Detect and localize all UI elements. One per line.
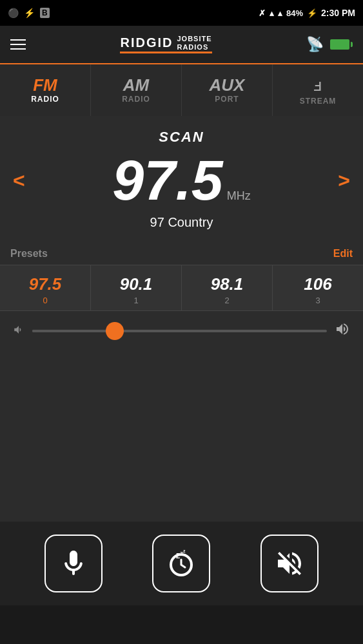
preset-num-2: 2 [224,296,229,305]
presets-row: 97.5 0 90.1 1 98.1 2 106 3 [0,265,363,311]
battery-full-icon [330,39,353,50]
battery-body [330,39,349,50]
tab-aux[interactable]: AUX PORT [182,64,273,116]
spacer [0,351,363,522]
sleep-timer-button[interactable]: Z Z z [152,535,210,592]
microphone-icon [58,548,89,579]
volume-slider-thumb[interactable] [106,322,124,340]
next-station-button[interactable]: > [338,169,350,193]
tab-am-label: AM [123,77,149,93]
battery-tip [351,42,353,47]
preset-item-3[interactable]: 106 3 [273,265,363,310]
status-bar: ⚫ ⚡ B ✗ ▴ ▴ 84% ⚡ 2:30 PM [0,0,363,26]
tab-fm[interactable]: FM RADIO [0,64,91,116]
hamburger-line-3 [10,48,26,50]
hamburger-menu[interactable] [10,39,26,50]
tab-fm-label: FM [33,77,57,93]
spotify-icon: ⚫ [8,8,19,18]
status-right-icons: ✗ ▴ ▴ 84% ⚡ 2:30 PM [259,8,355,18]
logo-ridgid-text: RIDGID [120,35,173,50]
preset-num-0: 0 [43,296,47,305]
logo-underline [120,52,211,53]
frequency-display: 97.5 MHz [112,152,250,209]
bottom-controls: Z Z z [0,522,363,605]
scan-section: SCAN < 97.5 MHz > 97 Country [0,116,363,243]
bluetooth-status-icon: ✗ [259,8,266,18]
sleep-timer-icon: Z Z z [166,548,197,579]
logo-sub-line1: JOBSITE [177,35,211,43]
battery-percentage: 84% [286,8,303,18]
tab-am[interactable]: AM RADIO [91,64,182,116]
preset-freq-1: 90.1 [120,274,153,294]
tab-aux-label: AUX [210,77,245,93]
logo-sub-line2: RADIOS [177,43,211,51]
header-right-icons: 📡 [306,36,353,53]
preset-item-0[interactable]: 97.5 0 [0,265,91,310]
bluetooth-icon: ⚡ [24,8,35,18]
signal-icon: ▴ [278,8,282,18]
bible-icon: B [40,8,50,18]
frequency-unit: MHz [227,189,251,203]
preset-freq-0: 97.5 [29,274,62,294]
mute-icon [274,548,305,579]
status-left-icons: ⚫ ⚡ B [8,8,50,18]
bluetooth-tab-icon: ⅎ [313,75,322,95]
mute-button[interactable] [260,535,319,592]
station-name: 97 Country [150,215,213,236]
tab-am-sub: RADIO [122,95,150,104]
volume-slider-fill [32,330,115,332]
prev-station-button[interactable]: < [13,169,25,193]
volume-control [0,311,363,351]
charging-icon: ⚡ [307,8,317,18]
hamburger-line-1 [10,39,26,41]
tab-aux-sub: PORT [215,95,239,104]
frequency-value: 97.5 [112,152,222,209]
volume-slider-track[interactable] [32,330,327,332]
edit-presets-button[interactable]: Edit [333,248,353,260]
status-time: 2:30 PM [321,8,355,18]
preset-item-2[interactable]: 98.1 2 [182,265,273,310]
antenna-icon: 📡 [306,36,324,53]
frequency-row: < 97.5 MHz > [0,152,363,209]
mode-tabs: FM RADIO AM RADIO AUX PORT ⅎ STREAM [0,64,363,116]
presets-header: Presets Edit [0,243,363,265]
main-content: RIDGID JOBSITE RADIOS 📡 FM RADIO AM [0,26,363,605]
presets-label: Presets [10,248,48,260]
volume-high-icon [335,321,350,341]
scan-label: SCAN [159,129,204,146]
hamburger-line-2 [10,44,26,45]
logo: RIDGID JOBSITE RADIOS [120,35,211,53]
preset-num-3: 3 [315,296,320,305]
tab-bt-sub: STREAM [300,97,337,106]
preset-num-1: 1 [133,296,138,305]
preset-freq-3: 106 [304,274,331,294]
tab-fm-sub: RADIO [31,95,59,104]
microphone-button[interactable] [44,535,103,592]
svg-text:z: z [183,549,186,553]
app-header: RIDGID JOBSITE RADIOS 📡 [0,26,363,64]
tab-bt[interactable]: ⅎ STREAM [273,64,363,116]
preset-freq-2: 98.1 [211,274,244,294]
volume-low-icon [13,324,25,339]
wifi-status-icon: ▴ [270,8,274,18]
preset-item-1[interactable]: 90.1 1 [91,265,182,310]
